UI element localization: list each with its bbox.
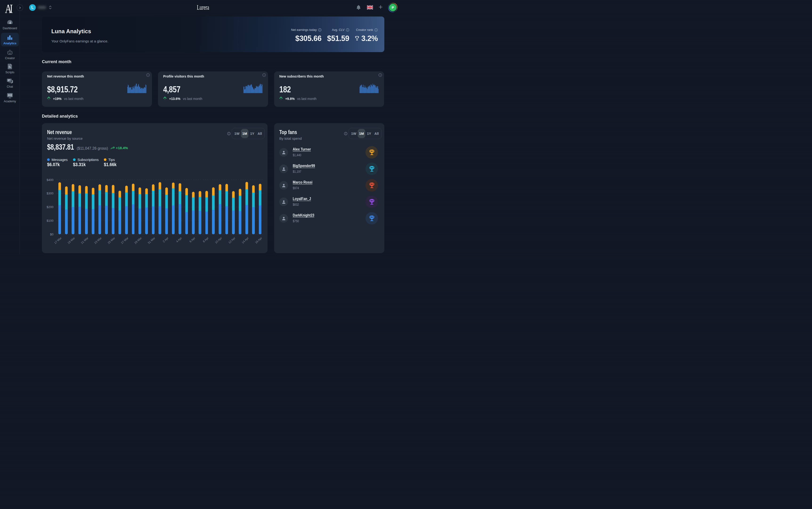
svg-text:$0: $0: [50, 233, 53, 236]
svg-text:8 Apr: 8 Apr: [202, 236, 209, 243]
svg-text:16 Apr: 16 Apr: [254, 236, 263, 244]
svg-text:12 Apr: 12 Apr: [228, 236, 236, 244]
svg-text:$400: $400: [47, 178, 53, 182]
svg-text:14 Apr: 14 Apr: [241, 236, 249, 244]
svg-text:$300: $300: [47, 192, 53, 195]
svg-text:6 Apr: 6 Apr: [189, 236, 196, 243]
svg-text:27 Mar: 27 Mar: [120, 236, 129, 245]
svg-text:19 Mar: 19 Mar: [67, 236, 76, 245]
svg-text:$200: $200: [47, 205, 53, 209]
svg-text:31 Mar: 31 Mar: [147, 236, 156, 245]
svg-text:2 Apr: 2 Apr: [162, 236, 169, 243]
svg-text:25 Mar: 25 Mar: [107, 236, 116, 245]
svg-text:29 Mar: 29 Mar: [134, 236, 143, 245]
svg-text:23 Mar: 23 Mar: [94, 236, 102, 245]
svg-text:17 Mar: 17 Mar: [53, 236, 62, 245]
svg-text:$100: $100: [47, 219, 53, 223]
svg-text:10 Apr: 10 Apr: [214, 236, 223, 244]
svg-text:21 Mar: 21 Mar: [80, 236, 89, 245]
svg-text:4 Apr: 4 Apr: [176, 236, 183, 243]
